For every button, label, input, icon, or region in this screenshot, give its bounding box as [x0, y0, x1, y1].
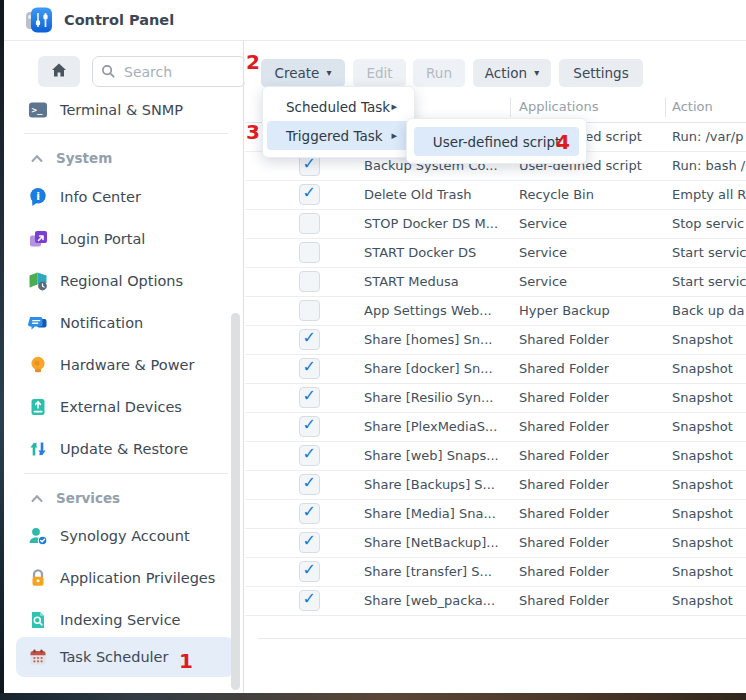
annotation-1: 1: [179, 651, 193, 671]
action-cell: Snapshot: [672, 499, 746, 528]
button-label: Settings: [573, 65, 628, 81]
table-row[interactable]: Share [Backups] S...Shared FolderSnapsho…: [245, 470, 746, 500]
table-row[interactable]: Delete Old TrashRecycle BinEmpty all R: [245, 180, 746, 210]
sidebar-item-indexing-service[interactable]: Indexing Service: [16, 604, 234, 636]
sidebar-item-terminal-snmp[interactable]: >_Terminal & SNMP: [16, 94, 234, 126]
table-row[interactable]: Share [PlexMediaS...Shared FolderSnapsho…: [245, 412, 746, 442]
sidebar-item-application-privileges[interactable]: Application Privileges: [16, 562, 234, 594]
sidebar-item-synology-account[interactable]: Synology Account: [16, 520, 234, 552]
svg-text:>_: >_: [32, 105, 43, 115]
row-checkbox[interactable]: [299, 503, 320, 524]
table-row[interactable]: Share [docker] Sn...Shared FolderSnapsho…: [245, 354, 746, 384]
table-row[interactable]: Share [Resilio Syn...Shared FolderSnapsh…: [245, 383, 746, 413]
applications-cell: Hyper Backup: [519, 296, 610, 325]
button-label: Action: [485, 65, 527, 81]
action-cell: Snapshot: [672, 383, 746, 412]
action-cell: Snapshot: [672, 412, 746, 441]
row-checkbox[interactable]: [299, 474, 320, 495]
column-header-action[interactable]: Action: [672, 92, 713, 122]
table-row[interactable]: Share [NetBackup]...Shared FolderSnapsho…: [245, 528, 746, 558]
table-row[interactable]: Share [transfer] S...Shared FolderSnapsh…: [245, 557, 746, 587]
action-cell: Empty all R: [672, 180, 746, 209]
applications-cell: Shared Folder: [519, 586, 609, 615]
sidebar-item-hardware-power[interactable]: Hardware & Power: [16, 349, 234, 381]
applications-cell: Service: [519, 238, 567, 267]
caret-down-icon: ▾: [326, 68, 331, 78]
row-checkbox[interactable]: [299, 387, 320, 408]
row-checkbox[interactable]: [299, 532, 320, 553]
row-checkbox[interactable]: [299, 300, 320, 321]
sidebar-nav: >_Terminal & SNMPSystemiInfo CenterLogin…: [4, 79, 243, 693]
terminal-icon: >_: [28, 100, 48, 120]
section-label: Services: [56, 490, 120, 506]
task-name-cell: Share [transfer] S...: [364, 557, 492, 586]
task-name-cell: Share [NetBackup]...: [364, 528, 499, 557]
task-name-cell: STOP Docker DS M...: [364, 209, 498, 238]
table-row[interactable]: Share [web_packa...Shared FolderSnapshot: [245, 586, 746, 616]
menu-item-label: Triggered Task: [286, 128, 383, 144]
table-row[interactable]: STOP Docker DS M...ServiceStop servic: [245, 209, 746, 239]
desktop-wallpaper-left-edge: [0, 0, 4, 700]
menu-item-scheduled-task[interactable]: Scheduled Task▸: [267, 92, 410, 121]
row-checkbox[interactable]: [299, 213, 320, 234]
menu-item-user-defined-script[interactable]: User-defined script: [414, 127, 579, 156]
row-checkbox[interactable]: [299, 242, 320, 263]
action-button[interactable]: Action▾: [473, 59, 551, 87]
sidebar-item-task-scheduler[interactable]: Task Scheduler: [16, 637, 234, 677]
sidebar-section-system[interactable]: System: [16, 146, 234, 170]
submenu-arrow-icon: ▸: [391, 129, 397, 142]
menu-item-label: User-defined script: [433, 134, 561, 150]
menu-item-triggered-task[interactable]: Triggered Task▸: [267, 121, 410, 150]
row-checkbox[interactable]: [299, 358, 320, 379]
table-row[interactable]: START MedusaServiceStart servic: [245, 267, 746, 297]
table-row[interactable]: Share [homes] Sn...Shared FolderSnapshot: [245, 325, 746, 355]
row-checkbox[interactable]: [299, 155, 320, 176]
applications-cell: Service: [519, 267, 567, 296]
sidebar-item-notification[interactable]: Notification: [16, 307, 234, 339]
task-name-cell: App Settings Web...: [364, 296, 492, 325]
applications-cell: Shared Folder: [519, 383, 609, 412]
title-bar: Control Panel: [4, 0, 746, 41]
action-cell: Run: /var/p: [672, 122, 746, 151]
action-cell: Stop servic: [672, 209, 746, 238]
search-input[interactable]: [122, 63, 212, 81]
sidebar-section-services[interactable]: Services: [16, 486, 234, 510]
sidebar-item-external-devices[interactable]: External Devices: [16, 391, 234, 423]
sidebar-item-regional-options[interactable]: Regional Options: [16, 265, 234, 297]
task-name-cell: Share [Resilio Syn...: [364, 383, 493, 412]
row-checkbox[interactable]: [299, 329, 320, 350]
action-cell: Run: bash /: [672, 151, 746, 180]
table-row[interactable]: START Docker DSServiceStart servic: [245, 238, 746, 268]
applications-cell: Shared Folder: [519, 441, 609, 470]
action-cell: Snapshot: [672, 470, 746, 499]
row-checkbox[interactable]: [299, 561, 320, 582]
sidebar-item-update-restore[interactable]: Update & Restore: [16, 433, 234, 465]
task-name-cell: Share [docker] Sn...: [364, 354, 493, 383]
run-button[interactable]: Run: [413, 59, 465, 87]
task-name-cell: Share [PlexMediaS...: [364, 412, 497, 441]
sidebar-item-login-portal[interactable]: Login Portal: [16, 223, 234, 255]
table-row[interactable]: Share [web] Snaps...Shared FolderSnapsho…: [245, 441, 746, 471]
row-checkbox[interactable]: [299, 271, 320, 292]
control-panel-window: Control Panel >_Terminal & SNMPSystemiIn…: [0, 0, 746, 700]
applications-cell: Shared Folder: [519, 528, 609, 557]
create-button[interactable]: Create▾: [261, 59, 345, 87]
settings-button[interactable]: Settings: [559, 59, 643, 87]
control-panel-app-icon: [25, 6, 53, 34]
row-checkbox[interactable]: [299, 184, 320, 205]
action-cell: Snapshot: [672, 557, 746, 586]
task-name-cell: START Docker DS: [364, 238, 476, 267]
section-label: System: [56, 150, 112, 166]
row-checkbox[interactable]: [299, 445, 320, 466]
column-separator: [665, 98, 666, 117]
sidebar-scrollbar-thumb[interactable]: [231, 313, 240, 690]
table-row[interactable]: App Settings Web...Hyper BackupBack up d…: [245, 296, 746, 326]
sidebar-item-label: Synology Account: [60, 528, 190, 544]
task-name-cell: Share [homes] Sn...: [364, 325, 492, 354]
task-name-cell: START Medusa: [364, 267, 459, 296]
table-row[interactable]: Share [Media] Sna...Shared FolderSnapsho…: [245, 499, 746, 529]
edit-button[interactable]: Edit: [353, 59, 406, 87]
row-checkbox[interactable]: [299, 590, 320, 611]
row-checkbox[interactable]: [299, 416, 320, 437]
sidebar-item-info-center[interactable]: iInfo Center: [16, 181, 234, 213]
